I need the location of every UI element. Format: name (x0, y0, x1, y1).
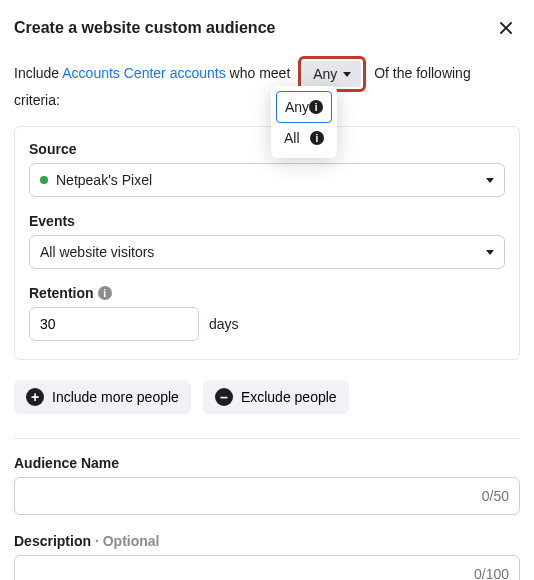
create-audience-modal: Create a website custom audience Include… (0, 0, 534, 580)
retention-label: Retention (29, 285, 94, 301)
dropdown-option-label: Any (285, 99, 309, 115)
events-value: All website visitors (40, 244, 154, 260)
retention-row: days (29, 307, 505, 341)
criteria-intro: Include Accounts Center accounts who mee… (14, 56, 520, 108)
divider (14, 438, 520, 439)
description-input[interactable] (14, 555, 520, 580)
retention-input[interactable] (29, 307, 199, 341)
description-label: Description (14, 533, 91, 549)
dropdown-option-label: All (284, 130, 300, 146)
audience-name-input[interactable] (14, 477, 520, 515)
info-icon[interactable]: i (98, 286, 112, 300)
close-button[interactable] (492, 14, 520, 42)
source-select[interactable]: Netpeak's Pixel (29, 163, 505, 197)
caret-down-icon (343, 72, 351, 77)
intro-prefix: Include (14, 65, 62, 81)
exclude-people-button[interactable]: – Exclude people (203, 380, 349, 414)
caret-down-icon (486, 178, 494, 183)
plus-circle-icon: + (26, 388, 44, 406)
meet-mode-dropdown: Any i All i (271, 86, 337, 158)
audience-name-label: Audience Name (14, 455, 520, 471)
info-icon: i (310, 131, 324, 145)
intro-mid: who meet (226, 65, 294, 81)
modal-title: Create a website custom audience (14, 19, 275, 37)
description-optional: · Optional (91, 533, 159, 549)
pixel-status-dot-icon (40, 176, 48, 184)
retention-label-row: Retention i (29, 285, 505, 301)
source-label: Source (29, 141, 505, 157)
accounts-center-link[interactable]: Accounts Center accounts (62, 65, 225, 81)
include-exclude-row: + Include more people – Exclude people (14, 380, 520, 414)
include-more-label: Include more people (52, 389, 179, 405)
dropdown-option-all[interactable]: All i (276, 123, 332, 153)
events-label: Events (29, 213, 505, 229)
source-value: Netpeak's Pixel (56, 172, 152, 188)
include-more-button[interactable]: + Include more people (14, 380, 191, 414)
modal-header: Create a website custom audience (14, 14, 520, 42)
meet-mode-select[interactable]: Any (303, 61, 361, 87)
dropdown-option-any[interactable]: Any i (276, 91, 332, 123)
close-icon (498, 20, 514, 36)
criteria-card: Source Netpeak's Pixel Events All websit… (14, 126, 520, 360)
meet-mode-value: Any (313, 66, 337, 82)
caret-down-icon (486, 250, 494, 255)
info-icon: i (309, 100, 323, 114)
exclude-label: Exclude people (241, 389, 337, 405)
source-select-value: Netpeak's Pixel (40, 172, 152, 188)
retention-unit: days (209, 316, 239, 332)
minus-circle-icon: – (215, 388, 233, 406)
description-label-row: Description · Optional (14, 533, 520, 549)
events-select[interactable]: All website visitors (29, 235, 505, 269)
